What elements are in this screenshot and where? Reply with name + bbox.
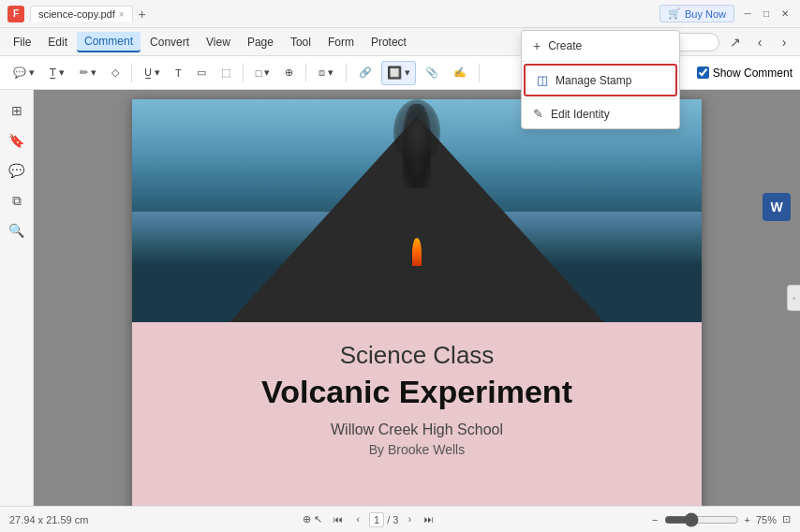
text-markup-dropdown[interactable]: T̲ ▾ bbox=[44, 61, 70, 85]
link-icon: 🔗 bbox=[359, 66, 372, 79]
browser-tab[interactable]: science-copy.pdf × bbox=[30, 6, 133, 22]
sidebar-bookmarks-button[interactable]: 🔖 bbox=[4, 127, 30, 154]
dropdown-arrow3: ▾ bbox=[91, 66, 96, 79]
underline-dropdown[interactable]: U̲ ▾ bbox=[139, 61, 166, 85]
pdf-subtitle: Willow Creek High School bbox=[151, 421, 683, 438]
separator1 bbox=[131, 64, 132, 82]
stamp-dropdown-arrow: ▾ bbox=[405, 66, 410, 79]
manage-stamp-icon: ◫ bbox=[537, 73, 548, 87]
menu-edit[interactable]: Edit bbox=[40, 33, 75, 52]
cursor-icon: ⊕ bbox=[303, 513, 311, 525]
shape-dropdown[interactable]: □ ▾ bbox=[250, 61, 276, 85]
menu-file[interactable]: File bbox=[6, 33, 38, 52]
eraser-button[interactable]: ◇ bbox=[106, 61, 125, 85]
zoom-controls: − + 75% ⊡ bbox=[652, 512, 791, 527]
zoom-out-button[interactable]: − bbox=[652, 514, 658, 525]
signature-button[interactable]: ✍ bbox=[448, 61, 472, 85]
prev-page-button[interactable]: ‹ bbox=[349, 511, 366, 528]
show-comment-checkbox[interactable] bbox=[697, 66, 709, 79]
eraser-icon: ◇ bbox=[111, 66, 119, 79]
edit-identity-item[interactable]: ✎ Edit Identity bbox=[522, 99, 679, 128]
win-close-button[interactable]: ✕ bbox=[778, 7, 793, 22]
pdf-volcano-image bbox=[132, 99, 702, 322]
create-label: Create bbox=[548, 39, 582, 52]
area-icon: ⧈ bbox=[319, 66, 325, 79]
link-button[interactable]: 🔗 bbox=[353, 61, 378, 85]
drawing-dropdown[interactable]: ✏ ▾ bbox=[74, 61, 102, 85]
tab-close-button[interactable]: × bbox=[119, 9, 125, 20]
sidebar-pages-button[interactable]: ⊞ bbox=[4, 97, 30, 124]
dropdown-arrow: ▾ bbox=[29, 66, 35, 79]
separator4 bbox=[346, 64, 347, 82]
sidebar-search-button[interactable]: 🔍 bbox=[4, 217, 30, 244]
buy-now-label: Buy Now bbox=[685, 8, 726, 20]
callout-button[interactable]: ▭ bbox=[191, 61, 212, 85]
menu-view[interactable]: View bbox=[199, 33, 238, 52]
edit-identity-icon: ✎ bbox=[533, 107, 543, 121]
fit-page-button[interactable]: ⊡ bbox=[782, 513, 791, 525]
measure-icon: ⊕ bbox=[285, 66, 293, 79]
separator5 bbox=[479, 64, 480, 82]
create-stamp-item[interactable]: + Create bbox=[522, 31, 679, 61]
page-separator: / bbox=[387, 514, 390, 525]
stamp-dropdown-menu: + Create ◫ Manage Stamp ✎ Edit Identity bbox=[521, 30, 680, 129]
text-box-icon: ⬚ bbox=[221, 66, 230, 79]
pointer-icon: ↖ bbox=[314, 513, 322, 525]
menu-protect[interactable]: Protect bbox=[363, 33, 414, 52]
show-comment-label: Show Comment bbox=[713, 66, 793, 80]
menu-convert[interactable]: Convert bbox=[142, 33, 197, 52]
pdf-pink-section: Science Class Volcanic Experiment Willow… bbox=[132, 322, 702, 506]
attach-button[interactable]: 📎 bbox=[420, 61, 444, 85]
word-document-badge: W bbox=[763, 193, 791, 221]
dropdown-divider bbox=[522, 61, 679, 62]
dropdown-arrow4: ▾ bbox=[155, 66, 160, 79]
manage-stamp-label: Manage Stamp bbox=[556, 74, 631, 87]
signature-icon: ✍ bbox=[453, 66, 467, 79]
shape-icon: □ bbox=[256, 67, 262, 79]
sticky-note-icon: 💬 bbox=[13, 66, 26, 79]
first-page-button[interactable]: ⏮ bbox=[330, 511, 347, 528]
stamp-icon: 🔲 bbox=[387, 66, 402, 80]
zoom-in-button[interactable]: + bbox=[745, 514, 750, 525]
share-button[interactable]: ↗ bbox=[725, 32, 746, 52]
last-page-button[interactable]: ⏭ bbox=[421, 511, 437, 528]
next-page-button[interactable]: › bbox=[401, 511, 418, 528]
menu-form[interactable]: Form bbox=[320, 33, 362, 52]
current-page-number[interactable]: 1 bbox=[369, 512, 384, 527]
menu-tool[interactable]: Tool bbox=[283, 33, 319, 52]
page-navigation: ⏮ ‹ 1 / 3 › ⏭ bbox=[330, 511, 437, 528]
right-sidebar-toggle[interactable]: ‹ bbox=[787, 285, 800, 311]
edit-identity-label: Edit Identity bbox=[551, 108, 610, 121]
sticky-note-dropdown[interactable]: 💬 ▾ bbox=[7, 61, 40, 85]
win-minimize-button[interactable]: ─ bbox=[740, 7, 755, 22]
titlebar: F science-copy.pdf × + 🛒 Buy Now ─ □ ✕ bbox=[0, 0, 800, 28]
cart-icon: 🛒 bbox=[668, 7, 681, 20]
separator2 bbox=[243, 64, 244, 82]
separator3 bbox=[305, 64, 306, 82]
forward-button[interactable]: › bbox=[774, 32, 794, 52]
win-maximize-button[interactable]: □ bbox=[759, 7, 774, 22]
menu-page[interactable]: Page bbox=[240, 33, 281, 52]
stamp-dropdown-btn[interactable]: 🔲 ▾ bbox=[381, 61, 416, 85]
text-button[interactable]: T bbox=[170, 61, 187, 85]
area-dropdown[interactable]: ⧈ ▾ bbox=[313, 61, 339, 85]
zoom-slider[interactable] bbox=[664, 512, 739, 527]
left-sidebar: ⊞ 🔖 💬 ⧉ 🔍 bbox=[0, 90, 34, 506]
sidebar-layers-button[interactable]: ⧉ bbox=[4, 187, 30, 214]
main-content: Science Class Volcanic Experiment Willow… bbox=[34, 90, 800, 506]
buy-now-button[interactable]: 🛒 Buy Now bbox=[659, 5, 734, 22]
back-button[interactable]: ‹ bbox=[749, 32, 770, 52]
manage-stamp-item[interactable]: ◫ Manage Stamp bbox=[524, 64, 677, 96]
menu-comment[interactable]: Comment bbox=[77, 32, 141, 52]
pdf-title-large: Volcanic Experiment bbox=[151, 374, 683, 410]
text-markup-icon: T̲ bbox=[50, 66, 56, 79]
sidebar-comments-button[interactable]: 💬 bbox=[4, 157, 30, 184]
measure-button[interactable]: ⊕ bbox=[279, 61, 299, 85]
text-icon: T bbox=[175, 67, 182, 79]
pdf-page: Science Class Volcanic Experiment Willow… bbox=[132, 99, 702, 506]
menu-action-buttons: ↗ ‹ › bbox=[725, 32, 794, 52]
text-box-button[interactable]: ⬚ bbox=[215, 61, 236, 85]
underline-icon: U̲ bbox=[144, 66, 152, 79]
new-tab-button[interactable]: + bbox=[133, 5, 152, 23]
dropdown-arrow5: ▾ bbox=[264, 66, 270, 79]
